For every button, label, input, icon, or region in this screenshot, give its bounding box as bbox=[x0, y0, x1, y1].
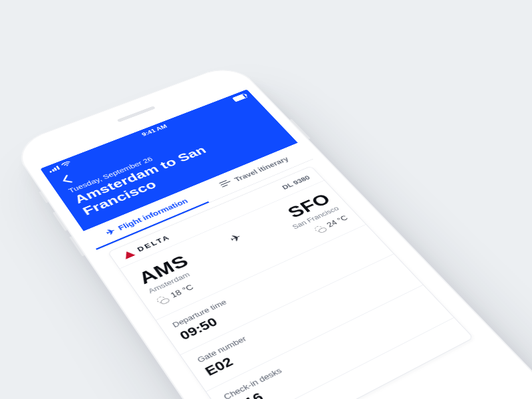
airplane-icon: ✈ bbox=[227, 231, 245, 245]
row-value: E02 bbox=[202, 272, 408, 379]
origin: AMS Amsterdam 18 °C bbox=[135, 252, 206, 306]
volume-down-button[interactable] bbox=[69, 236, 84, 257]
row-terminal: Terminal bbox=[233, 318, 473, 399]
row-value: 9-16 bbox=[229, 304, 439, 399]
phone-frame: 9:41 AM Tuesday, September 26 Amsterdam … bbox=[10, 63, 532, 399]
cell-signal-icon bbox=[48, 166, 60, 173]
origin-temp: 18 °C bbox=[169, 283, 196, 299]
row-gate-number: Gate number E02 bbox=[181, 254, 424, 392]
row-label: Terminal bbox=[249, 329, 458, 399]
list-icon bbox=[218, 178, 233, 189]
weather-icon bbox=[311, 223, 327, 235]
row-checkin-desks: Check-in desks 9-16 bbox=[206, 285, 454, 399]
row-label: Check-in desks bbox=[221, 295, 426, 399]
origin-city: Amsterdam bbox=[146, 268, 198, 295]
phone-speaker bbox=[117, 106, 156, 122]
mute-switch[interactable] bbox=[39, 191, 49, 203]
power-button[interactable] bbox=[289, 119, 310, 140]
row-label: Gate number bbox=[196, 264, 396, 364]
weather-icon bbox=[154, 293, 170, 306]
screen: 9:41 AM Tuesday, September 26 Amsterdam … bbox=[41, 89, 502, 399]
back-button[interactable] bbox=[59, 174, 74, 187]
delta-logo-icon bbox=[122, 249, 136, 259]
volume-up-button[interactable] bbox=[53, 211, 68, 231]
destination-temp: 24 °C bbox=[325, 214, 350, 229]
airplane-icon: ✈ bbox=[104, 227, 117, 237]
destination: SFO San Francisco 24 °C bbox=[278, 191, 350, 241]
